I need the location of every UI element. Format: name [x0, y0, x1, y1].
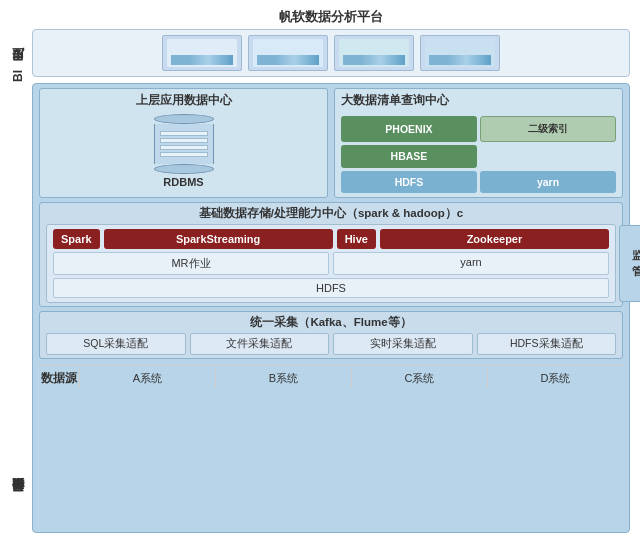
drum-line-2 — [160, 138, 208, 143]
sparkstreaming-badge: SparkStreaming — [104, 229, 333, 249]
datasource-a: A系统 — [79, 369, 215, 388]
bi-screenshots-row — [32, 29, 630, 77]
upper-app-title: 上层应用数据中心 — [136, 93, 232, 108]
hdfs-collect-cell: HDFS采集适配 — [477, 333, 617, 355]
bi-layer: 帆软数据分析平台 — [32, 8, 630, 77]
datasource-c: C系统 — [351, 369, 487, 388]
drum-line-3 — [160, 145, 208, 150]
screenshot-1 — [162, 35, 242, 71]
screenshot-1-inner — [167, 39, 237, 67]
top-panels: 上层应用数据中心 RDBMS 大数 — [39, 88, 623, 198]
zookeeper-badge: Zookeeper — [380, 229, 609, 249]
mr-yarn-row: MR作业 yarn — [53, 252, 609, 275]
realtime-cell: 实时采集适配 — [333, 333, 473, 355]
drum-line-4 — [160, 152, 208, 157]
empty-cell — [480, 145, 616, 167]
platform-title: 帆软数据分析平台 — [279, 8, 383, 26]
drum-top — [154, 114, 214, 124]
hive-badge: Hive — [337, 229, 376, 249]
base-proc-title: 基础数据存储/处理能力中心（spark & hadoop）c — [46, 206, 616, 221]
hbase-cell: HBASE — [341, 145, 477, 167]
datasource-b: B系统 — [215, 369, 351, 388]
base-processing-center: 基础数据存储/处理能力中心（spark & hadoop）c Spark Spa… — [39, 202, 623, 307]
proc-inner: Spark SparkStreaming Hive Zookeeper MR作业… — [46, 224, 616, 303]
drum-body — [154, 124, 214, 164]
foundation-box: 上层应用数据中心 RDBMS 大数 — [32, 83, 630, 533]
unified-collection: 统一采集（Kafka、Flume等） SQL采集适配 文件采集适配 实时采集适配… — [39, 311, 623, 359]
phoenix-cell: PHOENIX — [341, 116, 477, 142]
screenshot-4-inner — [425, 39, 495, 67]
screenshot-3-inner — [339, 39, 409, 67]
datasource-items: A系统 B系统 C系统 D系统 — [79, 369, 623, 388]
sql-cell: SQL采集适配 — [46, 333, 186, 355]
unified-title: 统一采集（Kafka、Flume等） — [46, 315, 616, 330]
bi-layer-label: BI应用层 — [10, 70, 32, 82]
hdfs-cell-right: HDFS — [341, 171, 477, 193]
big-data-title: 大数据清单查询中心 — [341, 93, 616, 108]
rdbms-diagram: RDBMS — [154, 114, 214, 188]
yarn-cell: yarn — [333, 252, 609, 275]
main-content: 帆软数据分析平台 上层应 — [32, 8, 630, 533]
datasource-row: 数据源 A系统 B系统 C系统 D系统 — [39, 365, 623, 388]
right-grid: PHOENIX 二级索引 HBASE HDFS yarn — [341, 116, 616, 193]
screenshot-2-inner — [253, 39, 323, 67]
monitor-label: 监控管理 — [632, 248, 640, 279]
datasource-label: 数据源 — [39, 370, 79, 387]
upper-app-data-center: 上层应用数据中心 RDBMS — [39, 88, 328, 198]
hdfs-cell: HDFS — [53, 278, 609, 298]
screenshot-4 — [420, 35, 500, 71]
datasource-d: D系统 — [487, 369, 623, 388]
page-root: BI应用层 基础数据平台层 帆软数据分析平台 — [0, 0, 640, 541]
file-cell: 文件采集适配 — [190, 333, 330, 355]
index-cell: 二级索引 — [480, 116, 616, 142]
screenshot-2 — [248, 35, 328, 71]
big-data-query-center: 大数据清单查询中心 PHOENIX 二级索引 HBASE HDFS yarn — [334, 88, 623, 198]
rdbms-label: RDBMS — [163, 176, 203, 188]
screenshot-3 — [334, 35, 414, 71]
monitor-box: 监控管理 — [619, 225, 640, 302]
drum-line-1 — [160, 131, 208, 136]
spark-badge: Spark — [53, 229, 100, 249]
tech-badges-row: Spark SparkStreaming Hive Zookeeper — [53, 229, 609, 249]
left-labels: BI应用层 基础数据平台层 — [10, 8, 32, 533]
mr-cell: MR作业 — [53, 252, 329, 275]
yarn-cell-right: yarn — [480, 171, 616, 193]
unified-cells-row: SQL采集适配 文件采集适配 实时采集适配 HDFS采集适配 — [46, 333, 616, 355]
drum-bottom — [154, 164, 214, 174]
